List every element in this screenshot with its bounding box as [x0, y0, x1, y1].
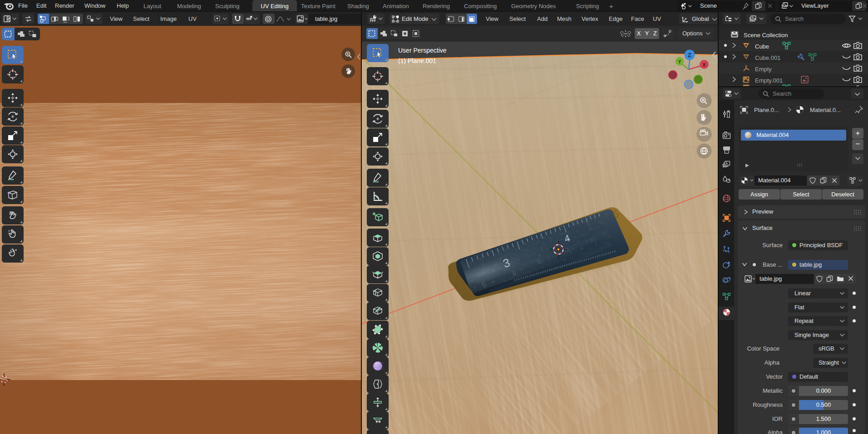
svg-text:Z: Z	[688, 52, 691, 59]
svg-text:X: X	[702, 62, 706, 68]
svg-text:User Perspective: User Perspective	[398, 47, 447, 54]
svg-text:(1) Plane.001: (1) Plane.001	[398, 57, 436, 64]
svg-text:Y: Y	[678, 59, 681, 64]
